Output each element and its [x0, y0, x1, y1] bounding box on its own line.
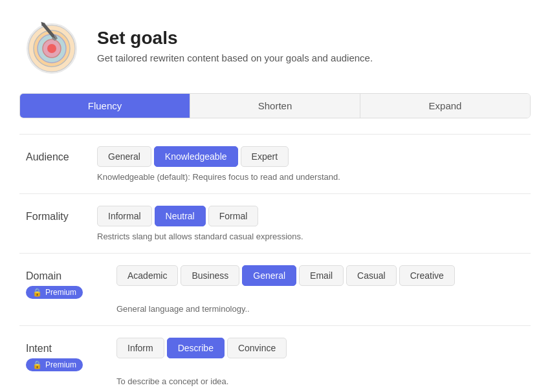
target-logo — [19, 13, 84, 78]
intent-label-block: Intent 🔒 Premium — [26, 338, 104, 371]
audience-row-inner: Audience General Knowledgeable Expert — [26, 146, 524, 167]
tab-fluency[interactable]: Fluency — [20, 94, 190, 118]
audience-description: Knowledgeable (default): Requires focus … — [26, 172, 524, 182]
page-container: Set goals Get tailored rewriten content … — [0, 0, 550, 392]
formality-option-formal[interactable]: Formal — [208, 206, 259, 226]
lock-icon-domain: 🔒 — [32, 288, 42, 297]
audience-label: Audience — [26, 146, 84, 163]
header-text: Set goals Get tailored rewriten content … — [97, 28, 373, 63]
formality-label: Formality — [26, 206, 84, 223]
audience-option-general[interactable]: General — [97, 146, 151, 167]
intent-option-inform[interactable]: Inform — [116, 338, 164, 358]
audience-option-knowledgeable[interactable]: Knowledgeable — [154, 146, 238, 167]
header: Set goals Get tailored rewriten content … — [19, 13, 531, 78]
domain-option-business[interactable]: Business — [181, 265, 239, 286]
intent-option-convince[interactable]: Convince — [227, 338, 287, 358]
page-subtitle: Get tailored rewriten content based on y… — [97, 52, 373, 63]
audience-options: General Knowledgeable Expert — [97, 146, 524, 167]
intent-option-describe[interactable]: Describe — [167, 338, 225, 358]
intent-row-inner: Intent 🔒 Premium Inform Describe Convinc… — [26, 338, 524, 371]
page-title: Set goals — [97, 28, 373, 49]
formality-row-inner: Formality Informal Neutral Formal — [26, 206, 524, 226]
domain-label: Domain — [26, 265, 104, 282]
tabs-container: Fluency Shorten Expand — [19, 93, 531, 118]
formality-option-informal[interactable]: Informal — [97, 206, 152, 226]
intent-description: To describe a concept or idea. — [26, 376, 524, 386]
formality-description: Restricts slang but allows standard casu… — [26, 232, 524, 241]
tab-shorten[interactable]: Shorten — [190, 94, 360, 118]
domain-description: General language and terminology.. — [26, 304, 524, 314]
domain-label-block: Domain 🔒 Premium — [26, 265, 104, 299]
domain-section: Domain 🔒 Premium Academic Business Gener… — [19, 254, 531, 325]
domain-options: Academic Business General Email Casual C… — [116, 265, 524, 286]
formality-options: Informal Neutral Formal — [97, 206, 524, 226]
domain-option-casual[interactable]: Casual — [346, 265, 397, 286]
logo-container — [19, 13, 84, 78]
intent-options: Inform Describe Convince — [116, 338, 524, 358]
intent-premium-badge: 🔒 Premium — [26, 358, 83, 371]
domain-row-inner: Domain 🔒 Premium Academic Business Gener… — [26, 265, 524, 299]
domain-premium-label: Premium — [45, 288, 76, 297]
lock-icon-intent: 🔒 — [32, 360, 42, 369]
intent-section: Intent 🔒 Premium Inform Describe Convinc… — [19, 326, 531, 392]
domain-option-general[interactable]: General — [242, 265, 296, 286]
intent-premium-label: Premium — [45, 360, 76, 369]
intent-label: Intent — [26, 338, 104, 354]
audience-option-expert[interactable]: Expert — [241, 146, 289, 167]
domain-premium-badge: 🔒 Premium — [26, 286, 83, 299]
domain-option-creative[interactable]: Creative — [399, 265, 455, 286]
domain-option-email[interactable]: Email — [299, 265, 344, 286]
domain-option-academic[interactable]: Academic — [116, 265, 178, 286]
formality-option-neutral[interactable]: Neutral — [155, 206, 206, 226]
tab-expand[interactable]: Expand — [360, 94, 530, 118]
formality-section: Formality Informal Neutral Formal Restri… — [19, 194, 531, 253]
audience-section: Audience General Knowledgeable Expert Kn… — [19, 135, 531, 193]
svg-point-6 — [47, 44, 56, 53]
